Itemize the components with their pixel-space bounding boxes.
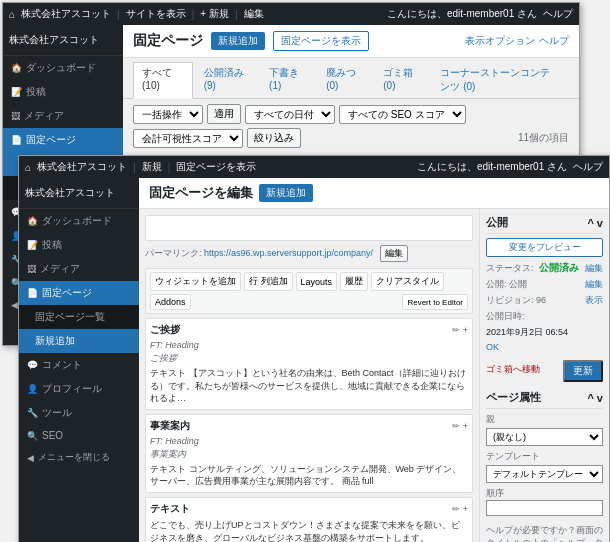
greeting-b: こんにちは、edit-member01 さん: [417, 160, 567, 174]
date-filter-select[interactable]: すべての日付: [245, 105, 335, 124]
sidebar-bottom: 株式会社アスコット 🏠 ダッシュボード 📝 投稿 🖼 メディア 📄 固定ページ: [19, 178, 139, 542]
permalink-edit-btn[interactable]: 編集: [380, 245, 408, 262]
post-title-input[interactable]: 会社案内: [145, 215, 473, 241]
help-btn-top[interactable]: ヘルプ: [539, 34, 569, 48]
layouts-btn[interactable]: Layouts: [296, 272, 338, 291]
fixed-page-link-b[interactable]: 固定ページを表示: [176, 160, 256, 174]
section-title-greeting: ご挨拶: [150, 323, 180, 337]
dashboard-icon: 🏠: [11, 63, 22, 73]
sidebar-b-pages-list[interactable]: 固定ページ一覧: [19, 305, 139, 329]
site-name-b[interactable]: 株式会社アスコット: [37, 160, 127, 174]
sidebar-item-dashboard[interactable]: 🏠 ダッシュボード: [3, 56, 123, 80]
parent-select[interactable]: (親なし): [486, 428, 603, 446]
history-btn[interactable]: 履歴: [340, 272, 368, 291]
wp-logo-icon-b: ⌂: [25, 162, 31, 173]
help-b[interactable]: ヘルプ: [573, 160, 603, 174]
revision-label: リビジョン: 96: [486, 294, 546, 307]
tab-private[interactable]: 廃みつ (0): [317, 62, 372, 98]
update-button[interactable]: 更新: [563, 360, 603, 382]
sidebar-b-profile[interactable]: 👤 プロフィール: [19, 377, 139, 401]
sidebar-b-dashboard[interactable]: 🏠 ダッシュボード: [19, 209, 139, 233]
permalink-row: パーマリンク: https://as96.wp.serversupport.jp…: [145, 245, 473, 262]
permalink-label: パーマリンク:: [145, 248, 202, 258]
ok-label[interactable]: OK: [486, 342, 499, 352]
sidebar-logo: 株式会社アスコット: [3, 25, 123, 56]
right-panel: 公開 ^ v 変更をプレビュー ステータス: 公開済み 編集 公開: 公開: [479, 209, 609, 542]
sidebar-b-posts[interactable]: 📝 投稿: [19, 233, 139, 257]
section-plus-icon-3[interactable]: +: [463, 504, 468, 514]
preview-btn[interactable]: 変更をプレビュー: [486, 238, 603, 257]
add-new-button[interactable]: 新規追加: [211, 32, 265, 50]
clear-style-btn[interactable]: クリアスタイル: [371, 272, 444, 291]
wp-logo-icon: ⌂: [9, 9, 15, 20]
tab-trash[interactable]: ゴミ箱 (0): [374, 62, 429, 98]
editor-section-greeting: ご挨拶 ✏ + FT: Heading ご挨拶 テキスト 【アスコット】という社…: [145, 318, 473, 410]
template-select[interactable]: デフォルトテンプレート: [486, 465, 603, 483]
publish-toggle[interactable]: ^ v: [587, 217, 603, 229]
section-edit-icon-2[interactable]: ✏: [452, 421, 460, 431]
trash-link[interactable]: ゴミ箱へ移動: [486, 363, 540, 376]
sidebar-b-pages-new[interactable]: 新規追加: [19, 329, 139, 353]
status-edit-link[interactable]: 編集: [585, 262, 603, 275]
help-link[interactable]: ヘルプ: [543, 7, 573, 21]
tab-draft[interactable]: 下書き (1): [260, 62, 315, 98]
tab-cornerstone[interactable]: コーナーストーンコンテンツ (0): [431, 62, 569, 98]
editor-page-title: 固定ページを編集: [149, 184, 253, 202]
site-name[interactable]: 株式会社アスコット: [21, 7, 111, 21]
section-content-2: テキスト コンサルティング、ソリューションシステム開発、Web デザイン、サーバ…: [150, 463, 468, 488]
cornerstone-filter-select[interactable]: 会計可視性スコア: [133, 129, 243, 148]
sidebar-logo-b: 株式会社アスコット: [19, 178, 139, 209]
sidebar-item-media[interactable]: 🖼 メディア: [3, 104, 123, 128]
filter-button[interactable]: 絞り込み: [247, 128, 301, 148]
editor-toolbar: ウィジェットを追加 行 列追加 Layouts 履歴 クリアスタイル Addon…: [145, 268, 473, 314]
sidebar-b-collapse[interactable]: ◀ メニューを閉じる: [19, 446, 139, 469]
add-row-btn[interactable]: 行 列追加: [244, 272, 293, 291]
order-label: 順序: [486, 487, 603, 500]
sidebar-b-seo[interactable]: 🔍 SEO: [19, 425, 139, 446]
add-widget-btn[interactable]: ウィジェットを追加: [150, 272, 241, 291]
permalink-url[interactable]: https://as96.wp.serversupport.jp/company…: [204, 248, 373, 258]
sidebar-b-pages[interactable]: 📄 固定ページ: [19, 281, 139, 305]
new-post-link[interactable]: + 新規: [200, 7, 229, 21]
publish-section: 公開 ^ v 変更をプレビュー ステータス: 公開済み 編集 公開: 公開: [486, 215, 603, 382]
addons-btn[interactable]: Addons: [150, 294, 191, 310]
sidebar-b-comments[interactable]: 💬 コメント: [19, 353, 139, 377]
order-input[interactable]: 0: [486, 500, 603, 516]
visit-site-link[interactable]: サイトを表示: [126, 7, 186, 21]
status-value: 公開済み: [539, 261, 579, 275]
items-count: 11個の項目: [518, 131, 569, 145]
view-pages-button[interactable]: 固定ページを表示: [273, 31, 369, 51]
sidebar-item-pages[interactable]: 📄 固定ページ: [3, 128, 123, 152]
revision-link[interactable]: 表示: [585, 294, 603, 307]
status-label: ステータス:: [486, 262, 534, 275]
visibility-edit-link[interactable]: 編集: [585, 278, 603, 291]
sidebar-b-tools[interactable]: 🔧 ツール: [19, 401, 139, 425]
section-plus-icon-2[interactable]: +: [463, 421, 468, 431]
section-type-2: FT: Heading: [150, 436, 468, 446]
apply-button[interactable]: 適用: [207, 104, 241, 124]
edit-link[interactable]: 編集: [244, 7, 264, 21]
section-plus-icon[interactable]: +: [463, 325, 468, 335]
page-attr-toggle[interactable]: ^ v: [587, 392, 603, 404]
display-options-btn[interactable]: 表示オプション: [465, 34, 535, 48]
tools-icon-b: 🔧: [27, 408, 38, 418]
section-title-text: テキスト: [150, 502, 190, 516]
seo-icon-b: 🔍: [27, 431, 38, 441]
bulk-action-select[interactable]: 一括操作: [133, 105, 203, 124]
posts-icon: 📝: [11, 87, 22, 97]
sidebar-b-media[interactable]: 🖼 メディア: [19, 257, 139, 281]
seo-filter-select[interactable]: すべての SEO スコア: [339, 105, 466, 124]
tab-published[interactable]: 公開済み (9): [195, 62, 258, 98]
media-icon-b: 🖼: [27, 264, 36, 274]
tab-all[interactable]: すべて (10): [133, 62, 193, 99]
section-edit-icon[interactable]: ✏: [452, 325, 460, 335]
section-edit-icon-3[interactable]: ✏: [452, 504, 460, 514]
editor-add-new-btn[interactable]: 新規追加: [259, 184, 313, 202]
editor-main-area: 会社案内 パーマリンク: https://as96.wp.serversuppo…: [139, 209, 479, 542]
sidebar-item-posts[interactable]: 📝 投稿: [3, 80, 123, 104]
page-attributes-section: ページ属性 ^ v 親 (親なし) テンプレート デフォルトテンプレート: [486, 390, 603, 516]
revert-btn[interactable]: Revert to Editor: [402, 294, 468, 310]
posts-icon-b: 📝: [27, 240, 38, 250]
new-link-b[interactable]: 新規: [142, 160, 162, 174]
section-content-1: テキスト 【アスコット】という社名の由来は、Beth Contact（詳細に辿り…: [150, 367, 468, 405]
